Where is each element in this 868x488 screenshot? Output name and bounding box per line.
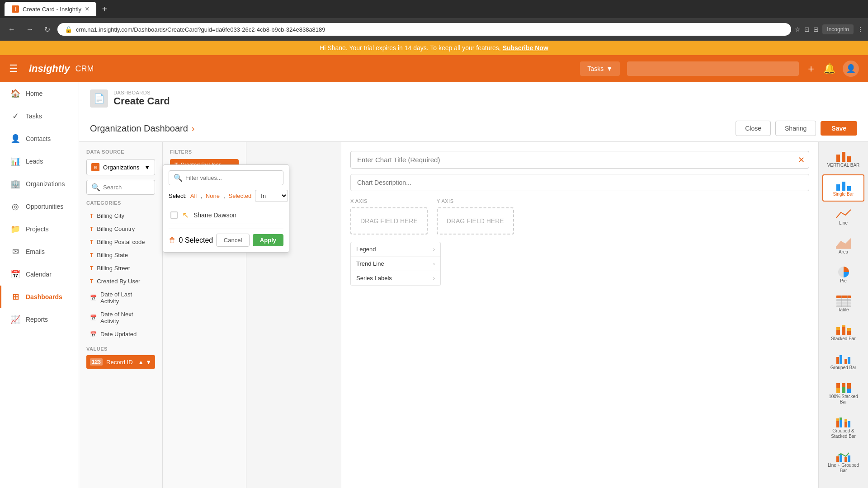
chart-type-single-bar[interactable]: Single Bar	[822, 174, 864, 202]
chart-type-100-stacked-bar[interactable]: 100% Stacked Bar	[822, 377, 864, 409]
filter-checkbox-shane[interactable]	[170, 211, 178, 219]
operator-select[interactable]: In Not In	[255, 190, 288, 202]
filter-item-shane-dawson[interactable]: ↖ Shane Dawson	[169, 206, 283, 224]
y-axis-label: Y AXIS	[437, 198, 514, 204]
y-axis-dropzone[interactable]: DRAG FIELD HERE	[437, 207, 514, 235]
date-next-label: Date of Next Activity	[100, 311, 151, 324]
lock-icon: 🔒	[65, 26, 72, 33]
chart-type-stacked-bar[interactable]: Stacked Bar	[822, 319, 864, 346]
billing-postal-label: Billing Postal code	[97, 239, 145, 245]
chart-type-pie[interactable]: Pie	[822, 261, 864, 288]
chart-main-area: ✕ X AXIS DRAG FIELD HERE Y AXIS	[341, 142, 818, 488]
add-icon[interactable]: ＋	[806, 62, 816, 75]
chart-type-grouped-bar[interactable]: Grouped Bar	[822, 348, 864, 375]
logo: insightly CRM	[29, 63, 94, 75]
select-none-link[interactable]: None	[206, 192, 220, 199]
extension-icon[interactable]: ⊡	[804, 26, 810, 33]
category-billing-country[interactable]: T Billing Country	[86, 222, 155, 235]
sidebar-label-home: Home	[26, 90, 42, 97]
new-tab-button[interactable]: +	[98, 2, 111, 16]
chart-desc-input[interactable]	[350, 174, 809, 191]
sidebar-item-contacts[interactable]: 👤 Contacts	[0, 127, 79, 150]
menu-icon[interactable]: ☰	[9, 63, 18, 75]
save-button[interactable]: Save	[821, 121, 857, 136]
categories-label: CATEGORIES	[86, 200, 155, 206]
chart-type-line[interactable]: Line	[822, 203, 864, 230]
notifications-icon[interactable]: 🔔	[823, 63, 835, 75]
date-last-label: Date of Last Activity	[100, 291, 151, 305]
filter-delete-button[interactable]: 🗑	[169, 236, 176, 244]
select-all-link[interactable]: All	[190, 192, 197, 199]
chart-area: ✕ X AXIS DRAG FIELD HERE Y AXIS	[341, 142, 818, 488]
trend-line-menu-item[interactable]: Trend Line ›	[351, 257, 440, 271]
sidebar-item-opportunities[interactable]: ◎ Opportunities	[0, 195, 79, 218]
chart-type-vertical-bar[interactable]: VERTICAL BAR	[822, 145, 864, 173]
datasource-select[interactable]: ⊟ Organizations ▼	[86, 159, 155, 175]
app-header: ☰ insightly CRM Tasks ▼ ＋ 🔔 👤	[0, 55, 868, 82]
category-billing-state[interactable]: T Billing State	[86, 249, 155, 262]
svg-rect-23	[848, 357, 850, 364]
sharing-button[interactable]: Sharing	[775, 121, 816, 136]
category-date-updated[interactable]: 📅 Date Updated	[86, 328, 155, 341]
user-avatar[interactable]: 👤	[843, 61, 859, 77]
sidebar-item-dashboards[interactable]: ⊞ Dashboards	[0, 286, 79, 308]
sidebar-item-reports[interactable]: 📈 Reports	[0, 308, 79, 331]
tasks-button[interactable]: Tasks ▼	[580, 61, 620, 76]
back-button[interactable]: ←	[5, 23, 19, 35]
svg-rect-21	[840, 355, 842, 364]
sidebar-item-projects[interactable]: 📁 Projects	[0, 218, 79, 240]
x-axis-dropzone[interactable]: DRAG FIELD HERE	[350, 207, 428, 235]
cast-icon[interactable]: ⊟	[813, 26, 819, 33]
select-selected-link[interactable]: Selected	[229, 192, 252, 199]
select-label: Select:	[169, 192, 187, 199]
filter-cancel-button[interactable]: Cancel	[216, 234, 250, 247]
sidebar-item-organizations[interactable]: 🏢 Organizations	[0, 173, 79, 195]
forward-button[interactable]: →	[23, 23, 37, 35]
address-bar[interactable]: 🔒 crm.na1.insightly.com/Dashboards/Creat…	[57, 23, 791, 36]
global-search-input[interactable]	[627, 61, 799, 76]
sidebar-item-calendar[interactable]: 📅 Calendar	[0, 263, 79, 286]
browser-tab[interactable]: i Create Card - Insightly ×	[5, 2, 96, 16]
menu-dots[interactable]: ⋮	[857, 26, 863, 33]
legend-menu-item[interactable]: Legend ›	[351, 242, 440, 257]
sidebar-item-emails[interactable]: ✉ Emails	[0, 240, 79, 263]
series-labels-menu-item[interactable]: Series Labels ›	[351, 271, 440, 286]
bookmark-icon[interactable]: ☆	[795, 26, 801, 33]
category-date-last-activity[interactable]: 📅 Date of Last Activity	[86, 288, 155, 308]
category-billing-city[interactable]: T Billing City	[86, 209, 155, 222]
record-id-value[interactable]: 123 Record ID ▲ ▼	[86, 355, 155, 369]
home-icon: 🏠	[10, 89, 20, 99]
chart-type-area[interactable]: Area	[822, 232, 864, 259]
tab-favicon: i	[12, 5, 19, 13]
grouped-stacked-bar-icon	[835, 416, 852, 428]
browser-tabs: i Create Card - Insightly × +	[0, 0, 868, 18]
filter-apply-button[interactable]: Apply	[253, 234, 283, 246]
sidebar-item-tasks[interactable]: ✓ Tasks	[0, 105, 79, 127]
filter-search-box[interactable]: 🔍	[169, 170, 283, 185]
chart-type-grouped-stacked-bar[interactable]: Grouped & Stacked Bar	[822, 411, 864, 444]
close-button[interactable]: Close	[736, 121, 771, 136]
sidebar-item-leads[interactable]: 📊 Leads	[0, 150, 79, 173]
sidebar-item-home[interactable]: 🏠 Home	[0, 82, 79, 105]
tab-close-button[interactable]: ×	[85, 5, 89, 13]
datasource-value: Organizations	[103, 164, 139, 171]
chart-title-clear-icon[interactable]: ✕	[798, 155, 805, 165]
search-input[interactable]	[103, 184, 150, 191]
chart-type-table[interactable]: Table	[822, 290, 864, 317]
subscribe-link[interactable]: Subscribe Now	[503, 44, 548, 52]
dashboard-title: Organization Dashboard ›	[90, 123, 194, 134]
nav-right: ☆ ⊡ ⊟ Incognito ⋮	[795, 24, 863, 34]
svg-rect-22	[844, 359, 847, 364]
category-billing-street[interactable]: T Billing Street	[86, 262, 155, 275]
chart-title-wrapper: ✕	[350, 151, 809, 169]
line-grouped-label: Line + Grouped Bar	[825, 463, 862, 474]
filter-search-input[interactable]	[185, 174, 278, 181]
chart-title-input[interactable]	[350, 151, 809, 169]
search-box[interactable]: 🔍	[86, 180, 155, 195]
category-billing-postal-code[interactable]: T Billing Postal code	[86, 235, 155, 249]
category-created-by-user[interactable]: T Created By User	[86, 275, 155, 288]
category-date-next-activity[interactable]: 📅 Date of Next Activity	[86, 308, 155, 328]
refresh-button[interactable]: ↻	[41, 23, 54, 36]
reports-icon: 📈	[10, 314, 20, 324]
chart-type-line-grouped-bar[interactable]: Line + Grouped Bar	[822, 446, 864, 478]
